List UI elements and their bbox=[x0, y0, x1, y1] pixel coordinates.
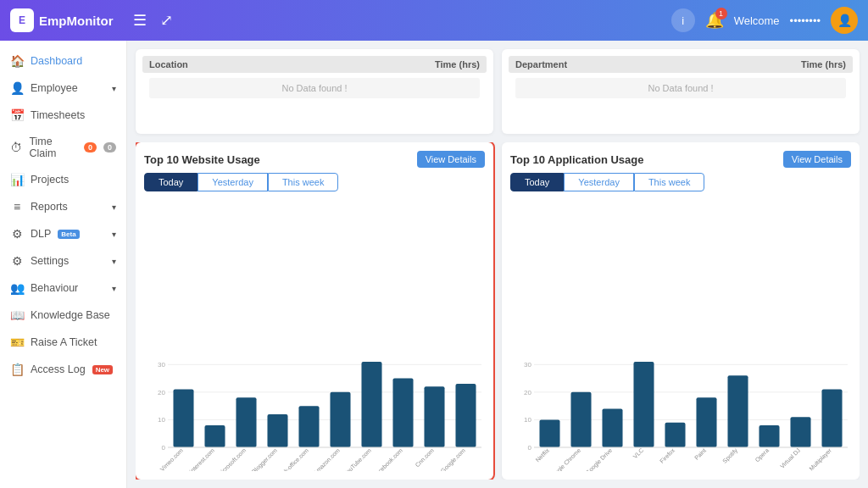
sidebar-item-accesslog[interactable]: 📋 Access Log New bbox=[0, 356, 126, 383]
svg-rect-16 bbox=[298, 406, 319, 447]
arrow-icon-settings: ▾ bbox=[112, 257, 116, 266]
dlp-icon: ⚙ bbox=[10, 227, 24, 241]
welcome-text: Welcome bbox=[734, 14, 780, 27]
svg-text:Facebook.com: Facebook.com bbox=[372, 447, 404, 471]
department-table-card: Department Time (hrs) No Data found ! bbox=[502, 49, 860, 134]
charts-row: Top 10 Website Usage View Details Today … bbox=[136, 142, 860, 480]
svg-rect-8 bbox=[173, 390, 193, 447]
arrow-icon-behaviour: ▾ bbox=[112, 284, 116, 293]
sidebar-item-timeclaim[interactable]: ⏱ Time Claim 0 0 bbox=[0, 129, 126, 166]
reports-icon: ≡ bbox=[10, 200, 24, 214]
app-chart-svg: 0102030NetflixGoogle ChromeGoogle DriveV… bbox=[510, 344, 851, 471]
website-bar-chart: 0102030Vimeo.comPinterest.comMicrosoft.c… bbox=[144, 198, 485, 471]
svg-text:Cnn.com: Cnn.com bbox=[414, 447, 435, 469]
svg-text:20: 20 bbox=[158, 389, 165, 396]
department-col1: Department bbox=[515, 59, 567, 69]
website-tab-yesterday[interactable]: Yesterday bbox=[198, 173, 268, 191]
bell-button[interactable]: 🔔 1 bbox=[705, 11, 724, 30]
sidebar-label-timesheets: Timesheets bbox=[31, 109, 85, 121]
svg-text:Google Drive: Google Drive bbox=[584, 447, 614, 471]
employee-icon: 👤 bbox=[10, 81, 24, 95]
bell-badge: 1 bbox=[715, 8, 727, 19]
svg-text:Google Chrome: Google Chrome bbox=[548, 447, 582, 471]
sidebar-item-ticket[interactable]: 🎫 Raise A Ticket bbox=[0, 329, 126, 356]
main-layout: 🏠 Dashboard 👤 Employee ▾ 📅 Timesheets ⏱ … bbox=[0, 41, 868, 488]
sidebar-label-reports: Reports bbox=[31, 201, 68, 213]
svg-text:10: 10 bbox=[158, 416, 165, 424]
svg-text:0: 0 bbox=[528, 444, 532, 452]
svg-rect-55 bbox=[821, 390, 842, 447]
accesslog-badge: New bbox=[92, 365, 113, 374]
sidebar-label-timeclaim: Time Claim bbox=[29, 136, 77, 159]
website-chart-header: Top 10 Website Usage View Details bbox=[144, 151, 485, 168]
svg-text:Virtual DJ: Virtual DJ bbox=[779, 447, 801, 469]
svg-text:Paint: Paint bbox=[693, 447, 707, 461]
knowledge-icon: 📖 bbox=[10, 308, 24, 322]
svg-rect-39 bbox=[570, 392, 591, 447]
sidebar-item-timesheets[interactable]: 📅 Timesheets bbox=[0, 102, 126, 129]
app-chart-title: Top 10 Application Usage bbox=[510, 153, 643, 166]
sidebar-label-dlp: DLP bbox=[31, 228, 51, 240]
location-table-card: Location Time (hrs) No Data found ! bbox=[136, 49, 493, 134]
sidebar-item-behaviour[interactable]: 👥 Behaviour ▾ bbox=[0, 274, 126, 302]
website-chart-card: Top 10 Website Usage View Details Today … bbox=[136, 142, 493, 480]
svg-text:Pinterest.com: Pinterest.com bbox=[186, 447, 215, 471]
sidebar-item-projects[interactable]: 📊 Projects bbox=[0, 166, 126, 193]
location-no-data: No Data found ! bbox=[149, 78, 480, 98]
website-view-details-button[interactable]: View Details bbox=[417, 151, 485, 168]
website-chart-title: Top 10 Website Usage bbox=[144, 153, 260, 166]
department-table-header: Department Time (hrs) bbox=[509, 56, 853, 73]
sidebar-item-knowledge[interactable]: 📖 Knowledge Base bbox=[0, 302, 126, 329]
behaviour-icon: 👥 bbox=[10, 281, 24, 295]
sidebar-item-reports[interactable]: ≡ Reports ▾ bbox=[0, 193, 126, 220]
svg-rect-49 bbox=[727, 375, 748, 447]
app-chart-header: Top 10 Application Usage View Details bbox=[510, 151, 851, 168]
expand-button[interactable]: ⤢ bbox=[160, 11, 173, 30]
timeclaim-badge-gray: 0 bbox=[103, 142, 116, 152]
svg-rect-47 bbox=[696, 397, 716, 447]
app-tab-today[interactable]: Today bbox=[510, 173, 564, 191]
sidebar: 🏠 Dashboard 👤 Employee ▾ 📅 Timesheets ⏱ … bbox=[0, 41, 127, 488]
department-no-data: No Data found ! bbox=[515, 78, 846, 98]
app-logo: E EmpMonitor bbox=[10, 8, 133, 32]
svg-text:Blogger.com: Blogger.com bbox=[251, 447, 279, 471]
website-tab-thisweek[interactable]: This week bbox=[268, 173, 339, 191]
svg-text:YouTube.com: YouTube.com bbox=[342, 447, 372, 471]
sidebar-item-dashboard[interactable]: 🏠 Dashboard bbox=[0, 47, 126, 75]
timeclaim-badge-orange: 0 bbox=[84, 142, 97, 152]
sidebar-label-behaviour: Behaviour bbox=[31, 282, 78, 294]
svg-text:Firefox: Firefox bbox=[659, 446, 676, 463]
sidebar-label-dashboard: Dashboard bbox=[31, 55, 82, 67]
settings-icon: ⚙ bbox=[10, 254, 24, 268]
main-content: Location Time (hrs) No Data found ! Depa… bbox=[127, 41, 868, 488]
sidebar-item-settings[interactable]: ⚙ Settings ▾ bbox=[0, 247, 126, 274]
svg-text:20: 20 bbox=[524, 389, 531, 396]
arrow-icon: ▾ bbox=[112, 84, 116, 93]
location-col1: Location bbox=[149, 59, 188, 69]
sidebar-item-dlp[interactable]: ⚙ DLP Beta ▾ bbox=[0, 220, 126, 247]
home-icon: 🏠 bbox=[10, 54, 24, 68]
svg-text:Google.com: Google.com bbox=[440, 447, 467, 471]
sidebar-item-employee[interactable]: 👤 Employee ▾ bbox=[0, 75, 126, 102]
website-chart-svg: 0102030Vimeo.comPinterest.comMicrosoft.c… bbox=[144, 344, 485, 471]
app-view-details-button[interactable]: View Details bbox=[783, 151, 851, 168]
svg-rect-51 bbox=[759, 425, 779, 447]
user-avatar[interactable]: 👤 bbox=[831, 7, 858, 34]
info-button[interactable]: i bbox=[671, 8, 695, 32]
svg-rect-20 bbox=[361, 362, 381, 447]
website-tab-today[interactable]: Today bbox=[144, 173, 198, 191]
menu-button[interactable]: ☰ bbox=[133, 11, 147, 30]
svg-rect-37 bbox=[539, 419, 559, 447]
location-table-header: Location Time (hrs) bbox=[142, 56, 487, 73]
sidebar-label-employee: Employee bbox=[31, 82, 78, 94]
timeclaim-icon: ⏱ bbox=[10, 141, 22, 154]
app-chart-tabs: Today Yesterday This week bbox=[510, 173, 851, 191]
svg-rect-22 bbox=[392, 379, 413, 447]
app-tab-thisweek[interactable]: This week bbox=[634, 173, 705, 191]
sidebar-label-accesslog: Access Log bbox=[31, 363, 86, 375]
app-tab-yesterday[interactable]: Yesterday bbox=[564, 173, 634, 191]
sidebar-label-settings: Settings bbox=[31, 255, 69, 267]
svg-rect-45 bbox=[665, 423, 685, 447]
accesslog-icon: 📋 bbox=[10, 363, 24, 376]
username-text: •••••••• bbox=[790, 14, 821, 27]
